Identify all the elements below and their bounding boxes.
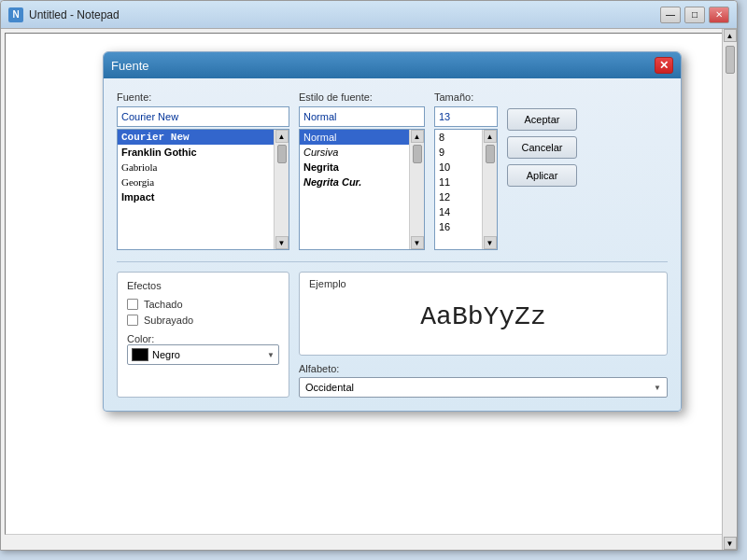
- font-list-item-courier-new[interactable]: Courier New: [118, 130, 274, 145]
- notepad-icon: N: [8, 7, 23, 22]
- color-name: Negro: [152, 349, 263, 360]
- font-listbox-scrollbar: ▲ ▼: [274, 130, 289, 249]
- size-scroll-thumb[interactable]: [486, 145, 495, 163]
- font-scroll-thumb[interactable]: [277, 145, 287, 163]
- size-item-10[interactable]: 10: [435, 160, 482, 175]
- alphabet-label: Alfabeto:: [299, 363, 668, 374]
- size-item-16[interactable]: 16: [435, 219, 482, 234]
- font-column-label: Fuente:: [117, 91, 289, 103]
- accept-button[interactable]: Aceptar: [507, 108, 577, 131]
- font-listbox[interactable]: Courier New Franklin Gothic Gabriola Geo…: [117, 129, 289, 250]
- alphabet-value: Occidental: [305, 382, 654, 393]
- dialog-close-btn[interactable]: ✕: [655, 57, 673, 74]
- notepad-titlebar: N Untitled - Notepad — □ ✕: [1, 1, 737, 29]
- style-scroll-down[interactable]: ▼: [411, 236, 424, 249]
- font-list-item-impact[interactable]: Impact: [118, 189, 274, 204]
- notepad-title: Untitled - Notepad: [29, 8, 660, 21]
- dialog-bottom-row: Efectos Tachado Subrayado Color: Negro ▼: [117, 272, 668, 398]
- effects-title: Efectos: [127, 280, 279, 291]
- size-item-8[interactable]: 8: [435, 130, 482, 145]
- dialog-title: Fuente: [111, 59, 655, 73]
- style-item-negrita[interactable]: Negrita: [300, 160, 409, 175]
- style-column-label: Estilo de fuente:: [299, 91, 425, 103]
- size-scroll-up[interactable]: ▲: [484, 130, 497, 143]
- dialog-body: Fuente: Courier New Franklin Gothic Gabr…: [104, 78, 681, 411]
- section-divider: [117, 261, 668, 262]
- font-list-item-franklin[interactable]: Franklin Gothic: [118, 145, 274, 160]
- underline-row: Subrayado: [127, 315, 279, 326]
- strikethrough-checkbox[interactable]: [127, 299, 138, 310]
- size-item-14[interactable]: 14: [435, 204, 482, 219]
- style-item-negrita-cur[interactable]: Negrita Cur.: [300, 175, 409, 189]
- alphabet-section: Alfabeto: Occidental ▼: [299, 363, 668, 398]
- style-listbox-scrollbar: ▲ ▼: [409, 130, 424, 249]
- underline-label: Subrayado: [144, 315, 193, 326]
- underline-checkbox[interactable]: [127, 315, 138, 326]
- cancel-button[interactable]: Cancelar: [507, 136, 577, 159]
- size-listbox[interactable]: 8 9 10 11 12 14 16 ▲ ▼: [434, 129, 498, 250]
- size-input[interactable]: [434, 106, 498, 127]
- font-list-item-gabriola[interactable]: Gabriola: [118, 160, 274, 175]
- scroll-thumb[interactable]: [726, 46, 735, 74]
- style-listbox[interactable]: Normal Cursiva Negrita Negrita Cur. ▲ ▼: [299, 129, 425, 250]
- font-input[interactable]: [117, 106, 289, 127]
- size-column: Tamaño: 8 9 10 11 12 14 16 ▲: [434, 91, 498, 250]
- alphabet-dropdown-arrow: ▼: [654, 384, 661, 392]
- style-input[interactable]: [299, 106, 425, 127]
- notepad-close-btn[interactable]: ✕: [709, 7, 729, 23]
- notepad-minimize-btn[interactable]: —: [660, 7, 681, 23]
- font-list-item-georgia[interactable]: Georgia: [118, 175, 274, 189]
- buttons-column: Aceptar Cancelar Aplicar: [507, 91, 582, 250]
- notepad-maximize-btn[interactable]: □: [684, 7, 705, 23]
- dialog-titlebar: Fuente ✕: [104, 52, 681, 78]
- right-section: Ejemplo AaBbYyZz Alfabeto: Occidental ▼: [299, 272, 668, 398]
- scroll-up-arrow[interactable]: ▲: [724, 29, 737, 42]
- size-item-9[interactable]: 9: [435, 145, 482, 160]
- example-box: Ejemplo AaBbYyZz: [299, 272, 668, 356]
- style-list-inner: Normal Cursiva Negrita Negrita Cur.: [300, 130, 409, 189]
- font-list-inner: Courier New Franklin Gothic Gabriola Geo…: [118, 130, 274, 204]
- color-row: Color:: [127, 333, 279, 344]
- size-list-inner: 8 9 10 11 12 14 16: [435, 130, 482, 234]
- effects-box: Efectos Tachado Subrayado Color: Negro ▼: [117, 272, 289, 398]
- size-scroll-down[interactable]: ▼: [484, 236, 497, 249]
- font-dialog: Fuente ✕ Fuente: Courier New Franklin Go…: [103, 51, 682, 412]
- style-scroll-thumb[interactable]: [413, 145, 422, 163]
- color-label: Color:: [127, 333, 154, 344]
- apply-button[interactable]: Aplicar: [507, 164, 577, 187]
- notepad-controls: — □ ✕: [660, 7, 729, 23]
- color-dropdown[interactable]: Negro ▼: [127, 344, 279, 365]
- size-item-11[interactable]: 11: [435, 175, 482, 189]
- style-scroll-up[interactable]: ▲: [411, 130, 424, 143]
- color-dropdown-arrow: ▼: [267, 351, 275, 359]
- scroll-down-arrow[interactable]: ▼: [724, 537, 737, 550]
- alphabet-dropdown[interactable]: Occidental ▼: [299, 377, 668, 398]
- style-column: Estilo de fuente: Normal Cursiva Negrita…: [299, 91, 425, 250]
- font-scroll-up[interactable]: ▲: [275, 130, 289, 143]
- style-item-cursiva[interactable]: Cursiva: [300, 145, 409, 160]
- size-column-label: Tamaño:: [434, 91, 498, 103]
- font-scroll-down[interactable]: ▼: [275, 236, 289, 249]
- size-item-12[interactable]: 12: [435, 189, 482, 204]
- style-item-normal[interactable]: Normal: [300, 130, 409, 145]
- font-column: Fuente: Courier New Franklin Gothic Gabr…: [117, 91, 289, 250]
- color-swatch: [132, 348, 148, 361]
- dialog-main-row: Fuente: Courier New Franklin Gothic Gabr…: [117, 91, 668, 250]
- example-text: AaBbYyZz: [309, 293, 657, 341]
- size-listbox-scrollbar: ▲ ▼: [482, 130, 497, 249]
- example-title: Ejemplo: [309, 278, 657, 289]
- notepad-scrollbar: ▲ ▼: [722, 29, 737, 550]
- strikethrough-row: Tachado: [127, 299, 279, 310]
- strikethrough-label: Tachado: [144, 299, 183, 310]
